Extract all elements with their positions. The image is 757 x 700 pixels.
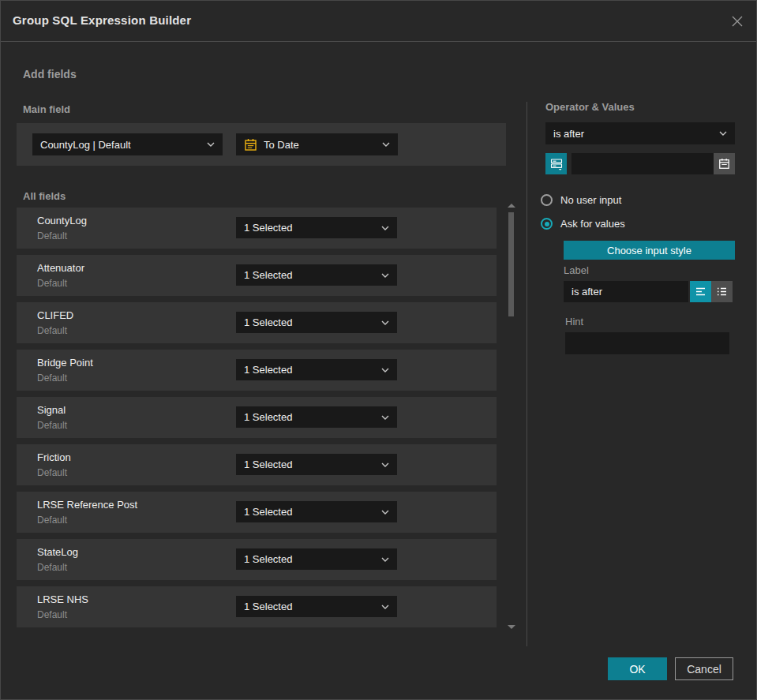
- radio-no-user-input-label: No user input: [560, 194, 621, 206]
- stacked-values-icon: [550, 158, 563, 170]
- cancel-button[interactable]: Cancel: [675, 657, 733, 680]
- operator-select[interactable]: is after: [545, 122, 735, 144]
- field-name: LRSE NHS: [37, 593, 88, 605]
- radio-ask-for-values[interactable]: Ask for values: [541, 218, 625, 230]
- field-name: StateLog: [37, 546, 78, 558]
- label-input-row: [564, 281, 733, 302]
- scrollbar-up-arrow[interactable]: [508, 204, 515, 208]
- field-row: CountyLog Default 1 Selected: [17, 208, 497, 249]
- radio-selected-icon: [541, 218, 553, 230]
- field-selected-label: 1 Selected: [244, 222, 377, 234]
- field-subtitle: Default: [37, 278, 67, 289]
- field-selected-label: 1 Selected: [244, 553, 377, 565]
- bullet-list-icon: [716, 286, 728, 298]
- value-input-row: [545, 153, 735, 174]
- calendar-icon: [244, 138, 257, 152]
- vertical-divider: [527, 102, 527, 646]
- main-field-select-value: CountyLog | Default: [40, 139, 202, 151]
- field-name: Signal: [37, 404, 66, 416]
- field-row: CLIFED Default 1 Selected: [17, 302, 497, 343]
- field-selected-label: 1 Selected: [244, 601, 377, 612]
- group-sql-expression-builder-dialog: Group SQL Expression Builder Add fields …: [0, 0, 757, 700]
- field-name: CLIFED: [37, 309, 73, 321]
- choose-input-style-button[interactable]: Choose input style: [564, 241, 735, 260]
- all-fields-list: CountyLog Default 1 Selected Attenuator …: [17, 208, 497, 634]
- field-selected-label: 1 Selected: [244, 269, 377, 281]
- dialog-title: Group SQL Expression Builder: [13, 13, 191, 27]
- chevron-down-icon: [381, 320, 389, 325]
- chevron-down-icon: [381, 368, 389, 372]
- field-selected-dropdown[interactable]: 1 Selected: [236, 501, 397, 522]
- field-row: Bridge Point Default 1 Selected: [17, 350, 497, 391]
- field-subtitle: Default: [37, 420, 67, 431]
- field-subtitle: Default: [37, 515, 67, 526]
- field-selected-dropdown[interactable]: 1 Selected: [236, 312, 397, 333]
- label-style-toggle-group: [690, 281, 733, 302]
- radio-icon: [541, 194, 553, 206]
- main-field-panel: CountyLog | Default To Date: [17, 123, 506, 166]
- add-fields-heading: Add fields: [23, 68, 77, 80]
- field-selected-dropdown[interactable]: 1 Selected: [236, 454, 397, 475]
- chevron-down-icon: [381, 415, 389, 420]
- field-selected-dropdown[interactable]: 1 Selected: [236, 264, 397, 286]
- field-selected-dropdown[interactable]: 1 Selected: [236, 596, 397, 617]
- field-row: StateLog Default 1 Selected: [17, 539, 497, 580]
- hint-input[interactable]: [565, 332, 729, 354]
- scrollbar-thumb[interactable]: [508, 212, 514, 316]
- chevron-down-icon: [207, 142, 215, 147]
- align-left-icon: [695, 286, 706, 298]
- field-subtitle: Default: [37, 467, 67, 478]
- date-picker-button[interactable]: [714, 153, 735, 174]
- field-subtitle: Default: [37, 372, 67, 384]
- field-row: Signal Default 1 Selected: [17, 397, 497, 438]
- calendar-icon: [718, 158, 730, 170]
- label-field-label: Label: [564, 264, 589, 276]
- chevron-down-icon: [381, 462, 389, 467]
- chevron-down-icon: [381, 510, 389, 515]
- field-row: Attenuator Default 1 Selected: [17, 255, 497, 296]
- main-field-date-select[interactable]: To Date: [236, 133, 398, 155]
- main-field-label: Main field: [23, 103, 70, 115]
- single-line-style-button[interactable]: [690, 281, 711, 302]
- field-name: Friction: [37, 451, 71, 463]
- chevron-down-icon: [381, 605, 389, 609]
- field-selected-dropdown[interactable]: 1 Selected: [236, 217, 397, 238]
- scrollbar-down-arrow[interactable]: [508, 625, 515, 629]
- chevron-down-icon: [381, 557, 389, 562]
- field-subtitle: Default: [37, 230, 67, 241]
- all-fields-label: All fields: [23, 190, 66, 202]
- field-row: Friction Default 1 Selected: [17, 444, 497, 485]
- field-name: Attenuator: [37, 262, 84, 274]
- field-selected-dropdown[interactable]: 1 Selected: [236, 359, 397, 380]
- main-field-date-value: To Date: [264, 139, 377, 151]
- list-style-button[interactable]: [711, 281, 733, 302]
- label-input[interactable]: [564, 281, 688, 302]
- hint-field-label: Hint: [565, 316, 583, 328]
- value-input[interactable]: [571, 153, 714, 174]
- main-field-select[interactable]: CountyLog | Default: [32, 133, 223, 155]
- operator-select-value: is after: [553, 128, 714, 140]
- field-selected-label: 1 Selected: [244, 506, 377, 518]
- chevron-down-icon: [381, 226, 389, 230]
- field-subtitle: Default: [37, 325, 67, 336]
- radio-no-user-input[interactable]: No user input: [541, 194, 621, 206]
- field-selected-dropdown[interactable]: 1 Selected: [236, 406, 397, 428]
- close-button[interactable]: [728, 12, 747, 31]
- chevron-down-icon: [381, 273, 389, 278]
- field-name: LRSE Reference Post: [37, 499, 137, 511]
- field-row: LRSE NHS Default 1 Selected: [17, 586, 497, 627]
- field-selected-label: 1 Selected: [244, 364, 377, 376]
- operator-values-title: Operator & Values: [545, 101, 635, 113]
- dialog-titlebar: Group SQL Expression Builder: [1, 1, 756, 42]
- chevron-down-icon: [382, 142, 390, 147]
- value-source-button[interactable]: [545, 153, 567, 174]
- field-selected-dropdown[interactable]: 1 Selected: [236, 548, 397, 570]
- field-selected-label: 1 Selected: [244, 459, 377, 470]
- field-selected-label: 1 Selected: [244, 316, 377, 328]
- chevron-down-icon: [719, 131, 727, 136]
- field-name: CountyLog: [37, 215, 87, 226]
- ok-button[interactable]: OK: [608, 657, 667, 680]
- close-icon: [730, 14, 744, 28]
- field-row: LRSE Reference Post Default 1 Selected: [17, 492, 497, 533]
- field-subtitle: Default: [37, 609, 67, 620]
